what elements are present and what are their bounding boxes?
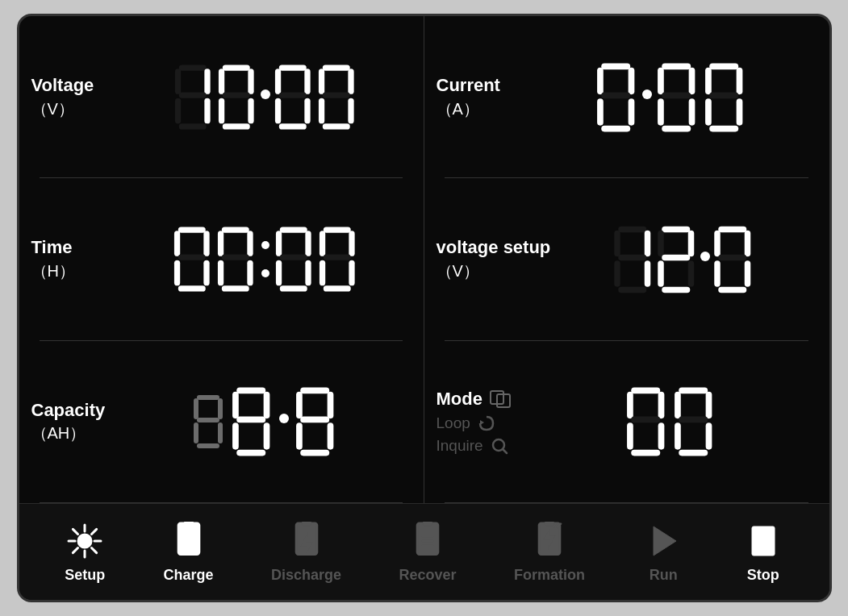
mode-icon <box>489 388 512 410</box>
inquire-row: Inquire <box>437 436 512 456</box>
svg-rect-116 <box>296 423 303 450</box>
voltage-setup-display <box>550 224 817 295</box>
svg-rect-124 <box>631 388 660 394</box>
svg-rect-13 <box>223 123 250 129</box>
svg-rect-136 <box>705 423 712 450</box>
svg-rect-1 <box>175 69 181 94</box>
current-display <box>525 61 817 134</box>
svg-rect-149 <box>184 522 193 526</box>
svg-rect-134 <box>679 417 708 423</box>
svg-line-147 <box>73 547 78 552</box>
svg-rect-37 <box>689 67 696 94</box>
svg-rect-35 <box>662 63 691 69</box>
svg-rect-20 <box>279 123 307 129</box>
voltage-dot <box>261 89 270 106</box>
svg-rect-68 <box>305 260 311 286</box>
svg-rect-57 <box>218 231 223 257</box>
recover-button[interactable]: Recover <box>399 520 456 584</box>
svg-rect-72 <box>349 231 354 257</box>
svg-rect-152 <box>302 522 311 526</box>
svg-rect-111 <box>236 450 265 456</box>
svg-rect-9 <box>248 69 253 94</box>
capacity-d2 <box>294 385 338 458</box>
current-label: Current （A） <box>437 74 525 120</box>
svg-rect-117 <box>328 423 334 450</box>
svg-rect-53 <box>174 260 180 286</box>
run-button[interactable]: Run <box>642 520 684 584</box>
svg-rect-10 <box>223 93 250 98</box>
svg-rect-97 <box>719 287 747 293</box>
capacity-dot <box>279 414 289 430</box>
capacity-label: Capacity （AH） <box>31 399 120 445</box>
setup-label: Setup <box>65 567 105 584</box>
svg-rect-89 <box>688 260 695 287</box>
svg-rect-100 <box>218 398 223 419</box>
svg-rect-42 <box>709 63 738 69</box>
svg-rect-106 <box>232 392 239 418</box>
voltage-display <box>120 63 411 131</box>
toolbar: Setup Charge Discharge <box>19 503 829 600</box>
voltage-d1 <box>173 63 214 131</box>
svg-rect-14 <box>279 65 307 71</box>
svg-rect-115 <box>300 417 329 423</box>
svg-rect-24 <box>323 93 350 98</box>
loop-label: Loop <box>437 414 470 432</box>
svg-rect-22 <box>319 69 324 94</box>
svg-rect-54 <box>203 260 209 286</box>
current-d3 <box>703 61 747 134</box>
svg-rect-132 <box>675 392 681 418</box>
current-cell: Current （A） <box>424 16 829 178</box>
formation-button[interactable]: Formation <box>514 520 585 584</box>
svg-rect-45 <box>709 92 738 98</box>
svg-rect-70 <box>324 227 351 233</box>
mode-row-title: Mode <box>437 388 512 410</box>
svg-rect-8 <box>219 69 224 94</box>
svg-rect-80 <box>619 255 647 261</box>
mode-label: Mode <box>437 389 482 410</box>
svg-rect-103 <box>218 422 223 443</box>
svg-rect-91 <box>719 227 747 233</box>
svg-rect-160 <box>545 522 553 526</box>
setup-icon-wrap <box>64 520 106 562</box>
svg-rect-133 <box>705 392 712 418</box>
voltage-cell: Voltage （V） <box>19 16 424 178</box>
svg-rect-62 <box>222 286 249 292</box>
svg-rect-32 <box>597 98 604 125</box>
svg-rect-74 <box>320 260 325 286</box>
svg-rect-92 <box>715 231 721 257</box>
recover-label: Recover <box>399 567 456 584</box>
svg-rect-84 <box>662 227 691 233</box>
svg-rect-63 <box>280 227 307 233</box>
svg-rect-40 <box>689 98 696 125</box>
svg-rect-127 <box>631 417 660 423</box>
charge-button[interactable]: Charge <box>164 520 214 584</box>
svg-rect-79 <box>645 231 651 257</box>
svg-rect-58 <box>247 231 253 257</box>
svg-rect-26 <box>348 98 353 124</box>
svg-rect-102 <box>194 422 198 443</box>
svg-rect-114 <box>328 392 334 418</box>
svg-rect-11 <box>219 98 224 124</box>
svg-rect-118 <box>300 450 329 456</box>
current-d2 <box>655 61 700 134</box>
discharge-button[interactable]: Discharge <box>271 520 341 584</box>
vsetup-d1 <box>613 224 654 295</box>
svg-rect-71 <box>320 231 325 257</box>
svg-rect-7 <box>223 65 250 71</box>
time-display <box>120 223 411 296</box>
voltage-setup-cell: voltage setup （V） <box>424 178 829 340</box>
stop-button[interactable]: Stop <box>742 520 784 584</box>
svg-rect-95 <box>715 260 721 287</box>
run-icon <box>645 522 681 560</box>
charge-icon-wrap <box>168 520 210 562</box>
svg-line-144 <box>73 529 78 534</box>
svg-rect-51 <box>203 231 209 257</box>
svg-rect-137 <box>679 450 708 456</box>
svg-marker-164 <box>654 527 676 556</box>
setup-button[interactable]: Setup <box>64 520 106 584</box>
svg-rect-47 <box>737 98 743 125</box>
loop-icon <box>477 414 496 433</box>
svg-rect-130 <box>631 450 660 456</box>
charge-label: Charge <box>164 567 214 584</box>
current-d1 <box>595 61 639 134</box>
